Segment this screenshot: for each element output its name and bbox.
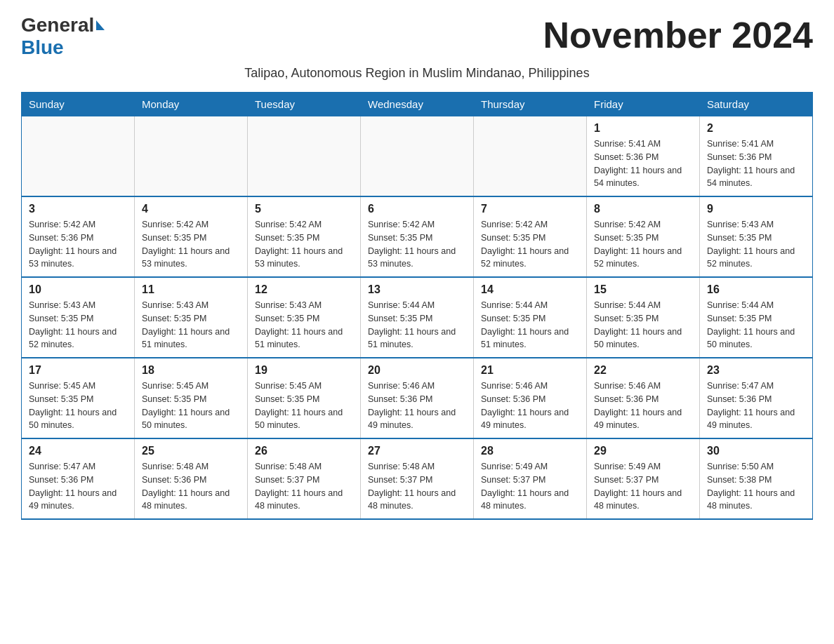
calendar-cell: 3Sunrise: 5:42 AM Sunset: 5:36 PM Daylig… <box>22 196 135 277</box>
day-number: 13 <box>368 283 466 296</box>
day-info: Sunrise: 5:42 AM Sunset: 5:35 PM Dayligh… <box>255 218 353 271</box>
day-info: Sunrise: 5:42 AM Sunset: 5:35 PM Dayligh… <box>481 218 579 271</box>
calendar-cell: 18Sunrise: 5:45 AM Sunset: 5:35 PM Dayli… <box>135 358 248 438</box>
calendar-cell: 21Sunrise: 5:46 AM Sunset: 5:36 PM Dayli… <box>474 358 587 438</box>
day-number: 3 <box>29 203 127 215</box>
calendar-cell: 5Sunrise: 5:42 AM Sunset: 5:35 PM Daylig… <box>248 196 361 277</box>
day-number: 24 <box>29 445 127 457</box>
calendar-cell: 28Sunrise: 5:49 AM Sunset: 5:37 PM Dayli… <box>474 438 587 519</box>
logo: General Blue <box>21 14 105 59</box>
day-info: Sunrise: 5:46 AM Sunset: 5:36 PM Dayligh… <box>594 380 692 432</box>
day-number: 9 <box>707 203 805 215</box>
calendar-header-friday: Friday <box>587 93 700 116</box>
calendar-cell: 16Sunrise: 5:44 AM Sunset: 5:35 PM Dayli… <box>700 277 813 358</box>
day-info: Sunrise: 5:43 AM Sunset: 5:35 PM Dayligh… <box>142 299 240 351</box>
day-number: 7 <box>481 203 579 215</box>
day-info: Sunrise: 5:42 AM Sunset: 5:35 PM Dayligh… <box>142 218 240 271</box>
day-number: 30 <box>707 445 805 457</box>
calendar-cell: 23Sunrise: 5:47 AM Sunset: 5:36 PM Dayli… <box>700 358 813 438</box>
day-info: Sunrise: 5:46 AM Sunset: 5:36 PM Dayligh… <box>481 380 579 432</box>
calendar-header-row: SundayMondayTuesdayWednesdayThursdayFrid… <box>22 93 813 116</box>
calendar-cell <box>474 116 587 197</box>
calendar-cell: 20Sunrise: 5:46 AM Sunset: 5:36 PM Dayli… <box>361 358 474 438</box>
logo-general-text: General <box>21 14 94 36</box>
calendar-header-saturday: Saturday <box>700 93 813 116</box>
calendar-cell: 7Sunrise: 5:42 AM Sunset: 5:35 PM Daylig… <box>474 196 587 277</box>
calendar-cell: 24Sunrise: 5:47 AM Sunset: 5:36 PM Dayli… <box>22 438 135 519</box>
calendar-header-sunday: Sunday <box>22 93 135 116</box>
day-number: 28 <box>481 445 579 457</box>
day-number: 8 <box>594 203 692 215</box>
day-info: Sunrise: 5:48 AM Sunset: 5:37 PM Dayligh… <box>368 460 466 513</box>
calendar-cell: 19Sunrise: 5:45 AM Sunset: 5:35 PM Dayli… <box>248 358 361 438</box>
day-info: Sunrise: 5:44 AM Sunset: 5:35 PM Dayligh… <box>594 299 692 351</box>
calendar-table: SundayMondayTuesdayWednesdayThursdayFrid… <box>21 92 813 520</box>
day-number: 15 <box>594 283 692 296</box>
day-number: 21 <box>481 364 579 377</box>
calendar-cell: 29Sunrise: 5:49 AM Sunset: 5:37 PM Dayli… <box>587 438 700 519</box>
calendar-cell <box>22 116 135 197</box>
calendar-header-wednesday: Wednesday <box>361 93 474 116</box>
day-info: Sunrise: 5:44 AM Sunset: 5:35 PM Dayligh… <box>368 299 466 351</box>
day-info: Sunrise: 5:43 AM Sunset: 5:35 PM Dayligh… <box>255 299 353 351</box>
day-number: 22 <box>594 364 692 377</box>
day-number: 12 <box>255 283 353 296</box>
day-number: 2 <box>707 122 805 135</box>
day-info: Sunrise: 5:45 AM Sunset: 5:35 PM Dayligh… <box>29 380 127 432</box>
day-info: Sunrise: 5:43 AM Sunset: 5:35 PM Dayligh… <box>707 218 805 271</box>
day-number: 25 <box>142 445 240 457</box>
calendar-cell: 11Sunrise: 5:43 AM Sunset: 5:35 PM Dayli… <box>135 277 248 358</box>
calendar-cell: 12Sunrise: 5:43 AM Sunset: 5:35 PM Dayli… <box>248 277 361 358</box>
calendar-cell: 22Sunrise: 5:46 AM Sunset: 5:36 PM Dayli… <box>587 358 700 438</box>
day-number: 17 <box>29 364 127 377</box>
day-info: Sunrise: 5:48 AM Sunset: 5:37 PM Dayligh… <box>255 460 353 513</box>
calendar-week-row: 3Sunrise: 5:42 AM Sunset: 5:36 PM Daylig… <box>22 196 813 277</box>
calendar-cell <box>135 116 248 197</box>
calendar-cell <box>248 116 361 197</box>
day-info: Sunrise: 5:42 AM Sunset: 5:35 PM Dayligh… <box>368 218 466 271</box>
day-number: 6 <box>368 203 466 215</box>
day-number: 16 <box>707 283 805 296</box>
day-info: Sunrise: 5:42 AM Sunset: 5:36 PM Dayligh… <box>29 218 127 271</box>
day-info: Sunrise: 5:49 AM Sunset: 5:37 PM Dayligh… <box>594 460 692 513</box>
day-info: Sunrise: 5:47 AM Sunset: 5:36 PM Dayligh… <box>707 380 805 432</box>
calendar-header-monday: Monday <box>135 93 248 116</box>
day-number: 27 <box>368 445 466 457</box>
calendar-header-tuesday: Tuesday <box>248 93 361 116</box>
day-info: Sunrise: 5:50 AM Sunset: 5:38 PM Dayligh… <box>707 460 805 513</box>
calendar-cell: 15Sunrise: 5:44 AM Sunset: 5:35 PM Dayli… <box>587 277 700 358</box>
calendar-cell: 30Sunrise: 5:50 AM Sunset: 5:38 PM Dayli… <box>700 438 813 519</box>
calendar-cell: 13Sunrise: 5:44 AM Sunset: 5:35 PM Dayli… <box>361 277 474 358</box>
day-info: Sunrise: 5:48 AM Sunset: 5:36 PM Dayligh… <box>142 460 240 513</box>
calendar-cell: 1Sunrise: 5:41 AM Sunset: 5:36 PM Daylig… <box>587 116 700 197</box>
day-number: 18 <box>142 364 240 377</box>
calendar-cell: 26Sunrise: 5:48 AM Sunset: 5:37 PM Dayli… <box>248 438 361 519</box>
day-info: Sunrise: 5:49 AM Sunset: 5:37 PM Dayligh… <box>481 460 579 513</box>
calendar-cell: 27Sunrise: 5:48 AM Sunset: 5:37 PM Dayli… <box>361 438 474 519</box>
page-title: November 2024 <box>543 14 813 56</box>
day-number: 10 <box>29 283 127 296</box>
day-info: Sunrise: 5:46 AM Sunset: 5:36 PM Dayligh… <box>368 380 466 432</box>
calendar-cell: 10Sunrise: 5:43 AM Sunset: 5:35 PM Dayli… <box>22 277 135 358</box>
calendar-cell: 2Sunrise: 5:41 AM Sunset: 5:36 PM Daylig… <box>700 116 813 197</box>
calendar-week-row: 17Sunrise: 5:45 AM Sunset: 5:35 PM Dayli… <box>22 358 813 438</box>
calendar-week-row: 24Sunrise: 5:47 AM Sunset: 5:36 PM Dayli… <box>22 438 813 519</box>
calendar-cell: 6Sunrise: 5:42 AM Sunset: 5:35 PM Daylig… <box>361 196 474 277</box>
day-info: Sunrise: 5:44 AM Sunset: 5:35 PM Dayligh… <box>481 299 579 351</box>
calendar-cell: 9Sunrise: 5:43 AM Sunset: 5:35 PM Daylig… <box>700 196 813 277</box>
day-info: Sunrise: 5:43 AM Sunset: 5:35 PM Dayligh… <box>29 299 127 351</box>
day-info: Sunrise: 5:41 AM Sunset: 5:36 PM Dayligh… <box>594 137 692 190</box>
calendar-cell: 8Sunrise: 5:42 AM Sunset: 5:35 PM Daylig… <box>587 196 700 277</box>
day-info: Sunrise: 5:45 AM Sunset: 5:35 PM Dayligh… <box>255 380 353 432</box>
logo-arrow-icon <box>96 20 105 30</box>
calendar-week-row: 10Sunrise: 5:43 AM Sunset: 5:35 PM Dayli… <box>22 277 813 358</box>
logo-blue-text: Blue <box>21 36 105 59</box>
calendar-header-thursday: Thursday <box>474 93 587 116</box>
calendar-cell <box>361 116 474 197</box>
calendar-cell: 17Sunrise: 5:45 AM Sunset: 5:35 PM Dayli… <box>22 358 135 438</box>
page-subtitle: Talipao, Autonomous Region in Muslim Min… <box>21 66 813 81</box>
day-number: 5 <box>255 203 353 215</box>
day-info: Sunrise: 5:41 AM Sunset: 5:36 PM Dayligh… <box>707 137 805 190</box>
day-number: 1 <box>594 122 692 135</box>
calendar-cell: 14Sunrise: 5:44 AM Sunset: 5:35 PM Dayli… <box>474 277 587 358</box>
